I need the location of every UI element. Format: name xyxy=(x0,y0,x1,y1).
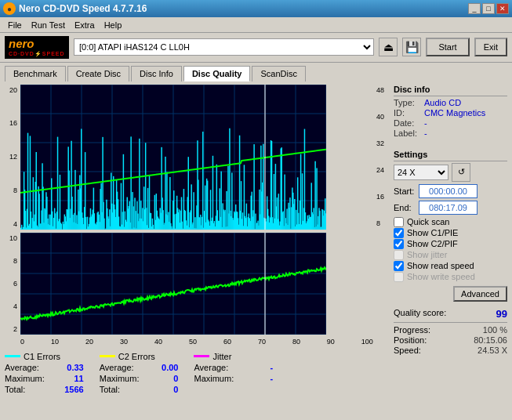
disc-id-row: ID: CMC Magnetics xyxy=(394,108,507,118)
right-panel: Disc info Type: Audio CD ID: CMC Magneti… xyxy=(394,85,507,397)
disc-id-label: ID: xyxy=(394,108,421,118)
show-read-speed-label: Show read speed xyxy=(407,261,474,270)
eject-icon[interactable]: ⏏ xyxy=(379,38,398,56)
advanced-button[interactable]: Advanced xyxy=(453,286,507,302)
end-input[interactable] xyxy=(419,201,478,215)
start-label: Start: xyxy=(394,186,416,196)
minimize-button[interactable]: _ xyxy=(468,3,481,14)
quality-score-label: Quality score: xyxy=(394,308,446,320)
start-input[interactable] xyxy=(419,184,478,198)
settings-title: Settings xyxy=(394,150,507,161)
refresh-icon[interactable]: ↺ xyxy=(452,163,470,182)
legend-jitter: Jitter Average: - Maximum: - xyxy=(194,352,273,394)
c1-total-value: 1566 xyxy=(53,385,84,394)
show-c2-checkbox[interactable] xyxy=(394,239,404,249)
c1-maximum-label: Maximum: xyxy=(5,374,45,383)
jitter-average-row: Average: - xyxy=(194,363,273,372)
tab-disc-quality[interactable]: Disc Quality xyxy=(183,66,251,81)
main-content: 20 16 12 8 4 48 40 32 24 16 8 1 xyxy=(0,81,512,400)
chart-area: 20 16 12 8 4 48 40 32 24 16 8 1 xyxy=(5,85,389,397)
show-jitter-label: Show jitter xyxy=(407,250,447,259)
tab-create-disc[interactable]: Create Disc xyxy=(67,66,129,81)
y-axis-left-upper: 20 16 12 8 4 xyxy=(5,85,19,230)
disc-date-label: Date: xyxy=(394,118,421,128)
position-value: 80:15.06 xyxy=(474,335,507,345)
speed-value: 24.53 X xyxy=(478,346,507,355)
title-bar: ● Nero CD-DVD Speed 4.7.7.16 _ □ ✕ xyxy=(0,0,512,17)
menu-help[interactable]: Help xyxy=(100,19,127,31)
disc-info-title: Disc info xyxy=(394,85,507,96)
c1-average-label: Average: xyxy=(5,363,39,372)
legend-c1: C1 Errors Average: 0.33 Maximum: 11 Tota… xyxy=(5,352,84,394)
show-c2-row: Show C2/PIF xyxy=(394,239,507,249)
end-row: End: xyxy=(394,201,507,215)
legend-c1-header: C1 Errors xyxy=(5,352,84,361)
drive-select[interactable]: [0:0] ATAPI iHAS124 C LL0H xyxy=(74,38,374,56)
tab-scan-disc[interactable]: ScanDisc xyxy=(252,66,305,81)
progress-value: 100 % xyxy=(483,325,507,335)
end-label: End: xyxy=(394,203,416,212)
save-icon[interactable]: 💾 xyxy=(402,38,421,56)
legend-c2-header: C2 Errors xyxy=(100,352,179,361)
show-read-speed-checkbox[interactable] xyxy=(394,261,404,271)
settings-section: Settings 24 X Maximum 4 X 8 X 16 X 32 X … xyxy=(394,150,507,302)
quality-score-value: 99 xyxy=(496,308,507,320)
speed-row: 24 X Maximum 4 X 8 X 16 X 32 X 40 X 48 X… xyxy=(394,163,507,182)
disc-date-value: - xyxy=(424,118,427,128)
window-controls: _ □ ✕ xyxy=(468,3,509,14)
lower-chart-container xyxy=(20,233,373,335)
c2-total-value: 0 xyxy=(147,385,178,394)
show-jitter-checkbox xyxy=(394,250,404,260)
c2-maximum-label: Maximum: xyxy=(100,374,140,383)
tab-disc-info[interactable]: Disc Info xyxy=(131,66,182,81)
show-read-speed-row: Show read speed xyxy=(394,261,507,271)
c1-color xyxy=(5,355,20,357)
progress-row: Progress: 100 % xyxy=(394,325,507,335)
c1-maximum-value: 11 xyxy=(53,374,84,383)
y-axis-left-lower: 10 8 6 4 2 xyxy=(5,233,19,335)
c2-average-label: Average: xyxy=(100,363,134,372)
quick-scan-label: Quick scan xyxy=(407,217,449,226)
c2-total-label: Total: xyxy=(100,385,120,394)
c2-total-row: Total: 0 xyxy=(100,385,179,394)
c1-average-row: Average: 0.33 xyxy=(5,363,84,372)
maximize-button[interactable]: □ xyxy=(482,3,495,14)
quick-scan-checkbox[interactable] xyxy=(394,217,404,227)
jitter-maximum-row: Maximum: - xyxy=(194,374,273,383)
show-jitter-row: Show jitter xyxy=(394,250,507,260)
exit-button[interactable]: Exit xyxy=(474,38,507,56)
y-axis-right-upper: 48 40 32 24 16 8 xyxy=(375,85,389,230)
disc-info-section: Disc info Type: Audio CD ID: CMC Magneti… xyxy=(394,85,507,139)
menu-run-test[interactable]: Run Test xyxy=(27,19,70,31)
menu-extra[interactable]: Extra xyxy=(70,19,100,31)
show-c2-label: Show C2/PIF xyxy=(407,239,458,248)
jitter-color xyxy=(194,355,209,357)
legend-c2: C2 Errors Average: 0.00 Maximum: 0 Total… xyxy=(100,352,179,394)
disc-type-row: Type: Audio CD xyxy=(394,98,507,107)
quick-scan-row: Quick scan xyxy=(394,217,507,227)
menu-file[interactable]: File xyxy=(3,19,27,31)
show-c1-checkbox[interactable] xyxy=(394,228,404,238)
position-row: Position: 80:15.06 xyxy=(394,335,507,345)
c2-average-value: 0.00 xyxy=(147,363,178,372)
start-button[interactable]: Start xyxy=(426,38,469,56)
app-icon: ● xyxy=(3,2,16,15)
lower-chart xyxy=(20,233,326,335)
y-axis-right-lower xyxy=(375,233,389,335)
speed-select[interactable]: 24 X Maximum 4 X 8 X 16 X 32 X 40 X 48 X xyxy=(394,165,448,180)
disc-label-label: Label: xyxy=(394,129,421,138)
c1-average-value: 0.33 xyxy=(53,363,84,372)
show-write-speed-checkbox xyxy=(394,272,404,282)
tab-bar: Benchmark Create Disc Disc Info Disc Qua… xyxy=(0,63,512,81)
close-button[interactable]: ✕ xyxy=(496,3,509,14)
jitter-maximum-label: Maximum: xyxy=(194,374,234,383)
disc-label-value: - xyxy=(424,129,427,138)
jitter-maximum-value: - xyxy=(241,374,273,383)
c2-maximum-row: Maximum: 0 xyxy=(100,374,179,383)
c1-total-row: Total: 1566 xyxy=(5,385,84,394)
x-axis-labels: 0 10 20 30 40 50 60 70 80 90 100 xyxy=(20,338,373,346)
disc-type-label: Type: xyxy=(394,98,421,107)
c1-maximum-row: Maximum: 11 xyxy=(5,374,84,383)
tab-benchmark[interactable]: Benchmark xyxy=(5,66,66,81)
disc-date-row: Date: - xyxy=(394,118,507,128)
